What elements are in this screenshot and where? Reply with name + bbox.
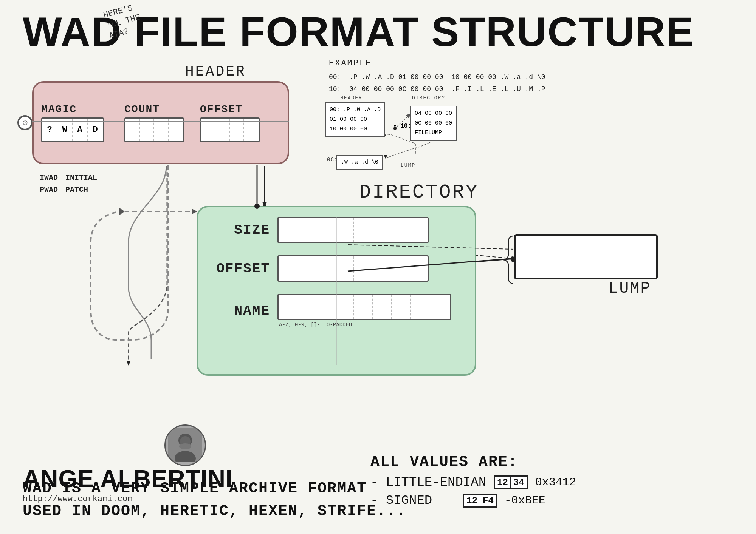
header-box: MAGIC ? W A D COUNT OFFSET bbox=[32, 81, 289, 164]
little-endian-value: 0x3412 bbox=[535, 476, 576, 489]
signed-label: - SIGNED bbox=[370, 493, 432, 508]
iwad-code: IWAD bbox=[40, 173, 58, 182]
values-section: ALL VALUES ARE: - LITTLE-ENDIAN 12 34 0x… bbox=[370, 454, 576, 511]
pwad-code: PWAD bbox=[40, 185, 58, 194]
name-box bbox=[277, 294, 451, 320]
name-cell-5 bbox=[373, 295, 392, 319]
little-endian-badge: 12 34 bbox=[494, 475, 528, 489]
name-label: NAME bbox=[209, 303, 270, 319]
dir-offset-box bbox=[277, 255, 429, 282]
signed-item: - SIGNED 12 F4 -0xBEE bbox=[370, 493, 576, 508]
svg-point-11 bbox=[393, 127, 397, 130]
name-cell-1 bbox=[297, 295, 316, 319]
size-label: SIZE bbox=[209, 222, 270, 238]
directory-center-line bbox=[336, 217, 337, 365]
iwad-desc: INITIAL bbox=[65, 173, 97, 182]
description-line-0: WAD IS A VERY SIMPLE ARCHIVE FORMAT bbox=[23, 477, 406, 500]
pwad-item: PWAD PATCH bbox=[40, 184, 100, 196]
offset-cell-1 bbox=[297, 256, 316, 281]
name-cell-4 bbox=[354, 295, 373, 319]
badge-left-1: 12 bbox=[464, 495, 480, 506]
header-line bbox=[32, 121, 289, 122]
size-box bbox=[277, 217, 429, 243]
mini-diagram: HEADER 00: .P .W .A .D 01 00 00 00 10 00… bbox=[325, 102, 495, 137]
magic-label: MAGIC bbox=[41, 103, 77, 115]
count-label: COUNT bbox=[124, 103, 160, 115]
svg-point-22 bbox=[179, 443, 191, 449]
badge-right-0: 34 bbox=[510, 477, 527, 488]
iwad-item: IWAD INITIAL bbox=[40, 172, 100, 184]
signed-badge: 12 F4 bbox=[463, 494, 497, 508]
lump-dot bbox=[511, 257, 516, 262]
lump-label: LUMP bbox=[609, 279, 651, 298]
size-cell-4 bbox=[354, 218, 428, 242]
count-field: COUNT bbox=[124, 103, 189, 142]
dir-offset-label: OFFSET bbox=[209, 261, 270, 276]
values-title: ALL VALUES ARE: bbox=[370, 454, 576, 471]
size-cell-3 bbox=[335, 218, 354, 242]
example-area: EXAMPLE 00: .P .W .A .D 01 00 00 00 10 0… bbox=[329, 59, 545, 96]
svg-text:⊙: ⊙ bbox=[22, 119, 28, 127]
lump-box bbox=[514, 234, 658, 279]
example-line-1: 10: 04 00 00 00 0C 00 00 00 .F .I .L .E … bbox=[329, 83, 545, 95]
badge-left-0: 12 bbox=[495, 477, 510, 488]
description-line-1: USED IN DOOM, HERETIC, HEXEN, STRIFE... bbox=[23, 500, 406, 523]
name-note: A-Z, 0-9, []-_ 0-PADDED bbox=[279, 322, 451, 328]
little-endian-item: - LITTLE-ENDIAN 12 34 0x3412 bbox=[370, 475, 576, 489]
name-cell-7 bbox=[411, 295, 450, 319]
example-line-0: 00: .P .W .A .D 01 00 00 00 10 00 00 00 … bbox=[329, 71, 545, 83]
offset-label: OFFSET bbox=[200, 103, 243, 115]
little-endian-label: - LITTLE-ENDIAN bbox=[370, 475, 486, 489]
mini-directory-label: DIRECTORY bbox=[412, 95, 445, 101]
size-cell-2 bbox=[316, 218, 335, 242]
offset-cell-3 bbox=[335, 256, 354, 281]
author-avatar bbox=[164, 424, 206, 466]
signed-value: -0xBEE bbox=[505, 494, 545, 507]
magic-field: MAGIC ? W A D bbox=[41, 103, 113, 142]
name-cell-6 bbox=[392, 295, 411, 319]
offset-cell-4 bbox=[354, 256, 428, 281]
mini-header-label: HEADER bbox=[340, 95, 363, 101]
magic-types: IWAD INITIAL PWAD PATCH bbox=[40, 172, 100, 196]
svg-point-0 bbox=[18, 116, 32, 130]
pwad-desc: PATCH bbox=[65, 185, 88, 194]
offset-cell-0 bbox=[279, 256, 297, 281]
directory-section-label: DIRECTORY bbox=[359, 181, 479, 204]
offset-cell-2 bbox=[316, 256, 335, 281]
badge-right-1: F4 bbox=[480, 495, 496, 506]
name-cell-3 bbox=[335, 295, 354, 319]
svg-marker-6 bbox=[126, 361, 131, 366]
directory-box: SIZE OFFSET NAME bbox=[197, 206, 476, 376]
name-cell-0 bbox=[279, 295, 297, 319]
name-cell-2 bbox=[316, 295, 335, 319]
description-area: WAD IS A VERY SIMPLE ARCHIVE FORMAT USED… bbox=[23, 477, 406, 523]
header-section-label: HEADER bbox=[185, 63, 246, 80]
example-title: EXAMPLE bbox=[329, 59, 545, 68]
svg-marker-14 bbox=[192, 209, 197, 214]
size-cell-1 bbox=[297, 218, 316, 242]
svg-marker-13 bbox=[119, 208, 125, 215]
offset-field: OFFSET bbox=[200, 103, 264, 142]
size-cell-0 bbox=[279, 218, 297, 242]
